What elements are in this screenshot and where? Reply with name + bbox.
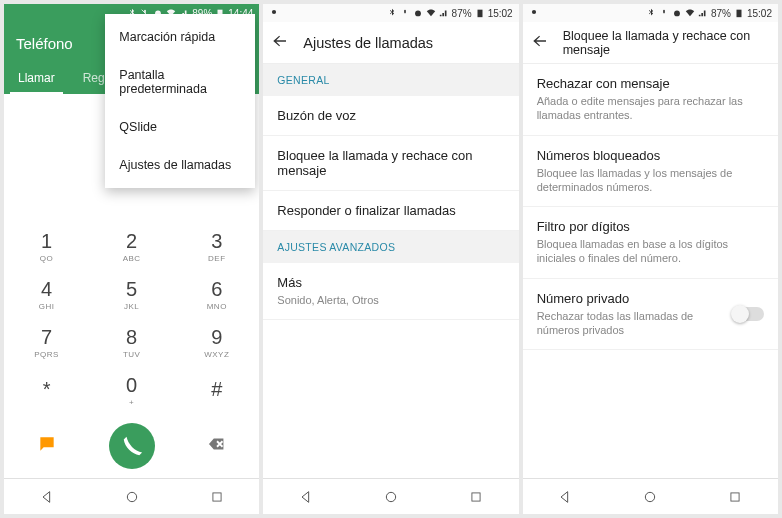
page-title: Ajustes de llamadas <box>303 35 433 51</box>
bluetooth-icon <box>646 8 656 18</box>
svg-rect-13 <box>731 492 739 500</box>
status-bar: 87% 15:02 <box>263 4 518 22</box>
alarm-icon <box>413 8 423 18</box>
key-1[interactable]: 1QO <box>4 222 89 270</box>
key-4[interactable]: 4GHI <box>4 270 89 318</box>
signal-icon <box>439 8 449 18</box>
toggle-switch[interactable] <box>732 307 764 321</box>
tab-call[interactable]: Llamar <box>4 64 69 94</box>
nav-home[interactable] <box>630 485 670 509</box>
key-5[interactable]: 5JKL <box>89 270 174 318</box>
setting-block-reject[interactable]: Bloquee la llamada y rechace con mensaje <box>263 136 518 191</box>
section-general: GENERAL <box>263 64 518 96</box>
nav-back[interactable] <box>27 485 67 509</box>
setting-private-number[interactable]: Número privadoRechazar todas las llamada… <box>523 279 778 351</box>
battery-percent: 87% <box>711 8 731 19</box>
key-2[interactable]: 2ABC <box>89 222 174 270</box>
bluetooth-icon <box>387 8 397 18</box>
nav-home[interactable] <box>371 485 411 509</box>
svg-point-2 <box>127 492 136 501</box>
key-hash[interactable]: # <box>174 366 259 414</box>
battery-percent: 87% <box>452 8 472 19</box>
wifi-icon <box>426 8 436 18</box>
mute-icon <box>659 8 669 18</box>
settings-header: Ajustes de llamadas <box>263 22 518 64</box>
svg-rect-3 <box>213 492 221 500</box>
nav-bar <box>4 478 259 514</box>
phone-call-settings-screen: 87% 15:02 Ajustes de llamadas GENERAL Bu… <box>263 4 518 514</box>
nav-back[interactable] <box>286 485 326 509</box>
nav-recent[interactable] <box>715 485 755 509</box>
battery-icon <box>475 8 485 18</box>
setting-digit-filter[interactable]: Filtro por dígitosBloquea llamadas en ba… <box>523 207 778 279</box>
message-button[interactable] <box>37 434 57 458</box>
setting-reject-message[interactable]: Rechazar con mensajeAñada o edite mensaj… <box>523 64 778 136</box>
nav-recent[interactable] <box>456 485 496 509</box>
key-6[interactable]: 6MNO <box>174 270 259 318</box>
location-icon <box>529 7 539 17</box>
phone-block-settings-screen: 87% 15:02 Bloquee la llamada y rechace c… <box>523 4 778 514</box>
menu-call-settings[interactable]: Ajustes de llamadas <box>105 146 255 184</box>
section-advanced: AJUSTES AVANZADOS <box>263 231 518 263</box>
nav-home[interactable] <box>112 485 152 509</box>
svg-rect-11 <box>736 10 741 18</box>
svg-point-10 <box>674 11 680 17</box>
svg-rect-6 <box>477 10 482 18</box>
svg-point-7 <box>386 492 395 501</box>
menu-qslide[interactable]: QSlide <box>105 108 255 146</box>
nav-bar <box>263 478 518 514</box>
key-9[interactable]: 9WXYZ <box>174 318 259 366</box>
setting-more[interactable]: Más Sonido, Alerta, Otros <box>263 263 518 320</box>
settings-header: Bloquee la llamada y rechace con mensaje <box>523 22 778 64</box>
back-button[interactable] <box>271 32 289 53</box>
setting-blocked-numbers[interactable]: Números bloqueadosBloquee las llamadas y… <box>523 136 778 208</box>
svg-point-12 <box>646 492 655 501</box>
page-title: Bloquee la llamada y rechace con mensaje <box>563 29 770 57</box>
key-7[interactable]: 7PQRS <box>4 318 89 366</box>
clock: 15:02 <box>747 8 772 19</box>
battery-icon <box>734 8 744 18</box>
nav-bar <box>523 478 778 514</box>
wifi-icon <box>685 8 695 18</box>
svg-point-9 <box>532 10 536 14</box>
backspace-button[interactable] <box>206 433 228 459</box>
status-bar: 87% 15:02 <box>523 4 778 22</box>
dialer-bottom-row <box>4 414 259 478</box>
app-title: Teléfono <box>16 35 73 52</box>
clock: 15:02 <box>488 8 513 19</box>
key-0[interactable]: 0+ <box>89 366 174 414</box>
key-8[interactable]: 8TUV <box>89 318 174 366</box>
svg-point-4 <box>272 10 276 14</box>
back-button[interactable] <box>531 32 549 53</box>
menu-speed-dial[interactable]: Marcación rápida <box>105 18 255 56</box>
setting-answer-end[interactable]: Responder o finalizar llamadas <box>263 191 518 231</box>
nav-back[interactable] <box>545 485 585 509</box>
mute-icon <box>400 8 410 18</box>
setting-voicemail[interactable]: Buzón de voz <box>263 96 518 136</box>
svg-rect-8 <box>472 492 480 500</box>
nav-recent[interactable] <box>197 485 237 509</box>
key-3[interactable]: 3DEF <box>174 222 259 270</box>
overflow-menu: Marcación rápida Pantalla predeterminada… <box>105 14 255 188</box>
call-button[interactable] <box>109 423 155 469</box>
menu-default-screen[interactable]: Pantalla predeterminada <box>105 56 255 108</box>
dialpad: 1QO 2ABC 3DEF 4GHI 5JKL 6MNO 7PQRS 8TUV … <box>4 222 259 414</box>
signal-icon <box>698 8 708 18</box>
svg-point-5 <box>415 11 421 17</box>
phone-dialer-screen: 89% 14:44 Teléfono Llamar Regist Marcaci… <box>4 4 259 514</box>
key-star[interactable]: * <box>4 366 89 414</box>
location-icon <box>269 7 279 17</box>
alarm-icon <box>672 8 682 18</box>
